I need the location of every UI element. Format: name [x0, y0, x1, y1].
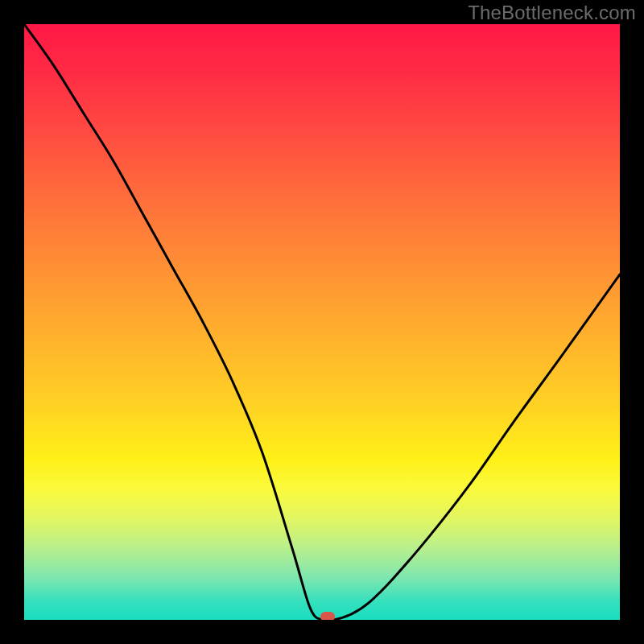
minimum-marker-icon — [320, 612, 335, 620]
chart-frame: TheBottleneck.com — [0, 0, 644, 644]
watermark-text: TheBottleneck.com — [468, 2, 636, 24]
plot-area — [24, 24, 620, 620]
bottleneck-curve-svg — [24, 24, 620, 620]
bottleneck-curve-path — [24, 24, 620, 620]
